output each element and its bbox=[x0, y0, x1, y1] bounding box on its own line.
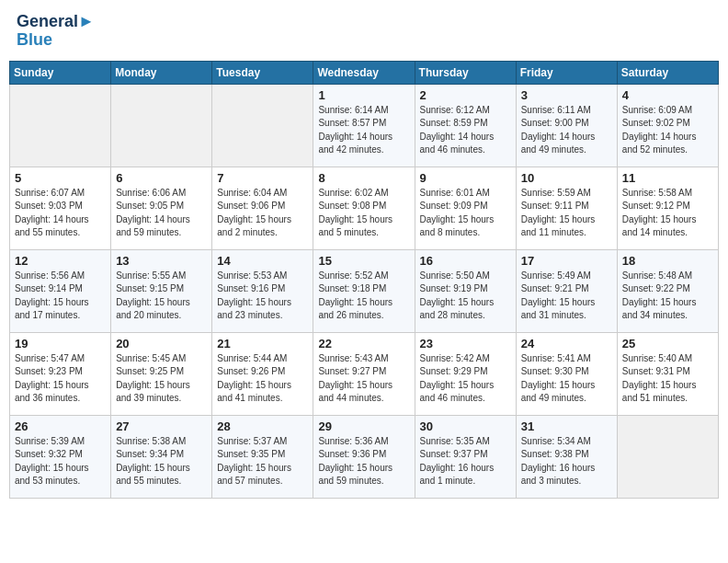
day-number: 29 bbox=[318, 419, 409, 433]
day-info: Sunrise: 6:04 AMSunset: 9:06 PMDaylight:… bbox=[217, 188, 291, 238]
day-number: 10 bbox=[521, 171, 612, 185]
calendar-cell: 24 Sunrise: 5:41 AMSunset: 9:30 PMDaylig… bbox=[516, 332, 617, 415]
calendar-cell: 17 Sunrise: 5:49 AMSunset: 9:21 PMDaylig… bbox=[516, 249, 617, 332]
day-info: Sunrise: 6:07 AMSunset: 9:03 PMDaylight:… bbox=[15, 188, 89, 238]
calendar-cell: 5 Sunrise: 6:07 AMSunset: 9:03 PMDayligh… bbox=[10, 167, 111, 249]
calendar-cell: 29 Sunrise: 5:36 AMSunset: 9:36 PMDaylig… bbox=[313, 415, 415, 498]
calendar-cell: 19 Sunrise: 5:47 AMSunset: 9:23 PMDaylig… bbox=[10, 332, 111, 415]
calendar-cell bbox=[10, 84, 111, 167]
logo-text-blue: Blue bbox=[17, 31, 95, 50]
calendar-cell: 11 Sunrise: 5:58 AMSunset: 9:12 PMDaylig… bbox=[617, 167, 718, 249]
day-number: 8 bbox=[318, 171, 409, 185]
weekday-header: Wednesday bbox=[313, 61, 415, 84]
day-number: 19 bbox=[15, 337, 106, 350]
day-info: Sunrise: 5:35 AMSunset: 9:37 PMDaylight:… bbox=[420, 436, 495, 487]
calendar-cell bbox=[617, 415, 718, 498]
day-number: 20 bbox=[116, 337, 207, 350]
day-number: 2 bbox=[420, 88, 511, 102]
day-info: Sunrise: 5:58 AMSunset: 9:12 PMDaylight:… bbox=[622, 188, 697, 238]
day-number: 17 bbox=[521, 254, 612, 268]
calendar-cell: 13 Sunrise: 5:55 AMSunset: 9:15 PMDaylig… bbox=[111, 249, 212, 332]
day-number: 22 bbox=[318, 337, 409, 350]
day-number: 14 bbox=[217, 254, 308, 268]
day-info: Sunrise: 5:59 AMSunset: 9:11 PMDaylight:… bbox=[521, 188, 596, 238]
weekday-header: Saturday bbox=[617, 61, 718, 84]
day-number: 24 bbox=[521, 337, 612, 350]
calendar-cell: 3 Sunrise: 6:11 AMSunset: 9:00 PMDayligh… bbox=[516, 84, 617, 167]
day-info: Sunrise: 5:56 AMSunset: 9:14 PMDaylight:… bbox=[15, 270, 89, 321]
logo: General► Blue bbox=[17, 13, 95, 50]
day-number: 25 bbox=[622, 337, 713, 350]
day-info: Sunrise: 5:55 AMSunset: 9:15 PMDaylight:… bbox=[116, 270, 190, 321]
day-number: 13 bbox=[116, 254, 207, 268]
day-info: Sunrise: 5:36 AMSunset: 9:36 PMDaylight:… bbox=[318, 436, 392, 487]
day-info: Sunrise: 5:43 AMSunset: 9:27 PMDaylight:… bbox=[318, 353, 392, 404]
day-info: Sunrise: 5:38 AMSunset: 9:34 PMDaylight:… bbox=[116, 436, 190, 487]
calendar-cell: 21 Sunrise: 5:44 AMSunset: 9:26 PMDaylig… bbox=[212, 332, 313, 415]
calendar-cell: 10 Sunrise: 5:59 AMSunset: 9:11 PMDaylig… bbox=[516, 167, 617, 249]
day-number: 7 bbox=[217, 171, 308, 185]
day-number: 11 bbox=[622, 171, 713, 185]
weekday-header: Monday bbox=[111, 61, 212, 84]
day-info: Sunrise: 5:39 AMSunset: 9:32 PMDaylight:… bbox=[15, 436, 89, 487]
day-info: Sunrise: 6:12 AMSunset: 8:59 PMDaylight:… bbox=[420, 105, 495, 155]
weekday-header: Thursday bbox=[415, 61, 516, 84]
calendar-cell: 23 Sunrise: 5:42 AMSunset: 9:29 PMDaylig… bbox=[415, 332, 516, 415]
day-info: Sunrise: 5:37 AMSunset: 9:35 PMDaylight:… bbox=[217, 436, 291, 487]
day-info: Sunrise: 5:44 AMSunset: 9:26 PMDaylight:… bbox=[217, 353, 291, 404]
day-info: Sunrise: 5:42 AMSunset: 9:29 PMDaylight:… bbox=[420, 353, 495, 404]
calendar-cell bbox=[111, 84, 212, 167]
day-number: 6 bbox=[116, 171, 207, 185]
calendar-cell: 15 Sunrise: 5:52 AMSunset: 9:18 PMDaylig… bbox=[313, 249, 415, 332]
calendar-cell: 18 Sunrise: 5:48 AMSunset: 9:22 PMDaylig… bbox=[617, 249, 718, 332]
day-info: Sunrise: 5:48 AMSunset: 9:22 PMDaylight:… bbox=[622, 270, 697, 321]
day-info: Sunrise: 6:09 AMSunset: 9:02 PMDaylight:… bbox=[622, 105, 697, 155]
day-info: Sunrise: 5:52 AMSunset: 9:18 PMDaylight:… bbox=[318, 270, 392, 321]
day-number: 3 bbox=[521, 88, 612, 102]
weekday-header: Sunday bbox=[10, 61, 111, 84]
day-number: 12 bbox=[15, 254, 106, 268]
calendar-cell: 22 Sunrise: 5:43 AMSunset: 9:27 PMDaylig… bbox=[313, 332, 415, 415]
calendar-cell: 30 Sunrise: 5:35 AMSunset: 9:37 PMDaylig… bbox=[415, 415, 516, 498]
day-number: 31 bbox=[521, 419, 612, 433]
day-number: 9 bbox=[420, 171, 511, 185]
day-info: Sunrise: 6:02 AMSunset: 9:08 PMDaylight:… bbox=[318, 188, 392, 238]
weekday-header: Friday bbox=[516, 61, 617, 84]
day-number: 15 bbox=[318, 254, 409, 268]
calendar-cell: 1 Sunrise: 6:14 AMSunset: 8:57 PMDayligh… bbox=[313, 84, 415, 167]
calendar-cell: 8 Sunrise: 6:02 AMSunset: 9:08 PMDayligh… bbox=[313, 167, 415, 249]
day-number: 27 bbox=[116, 419, 207, 433]
day-info: Sunrise: 6:14 AMSunset: 8:57 PMDaylight:… bbox=[318, 105, 392, 155]
day-number: 21 bbox=[217, 337, 308, 350]
day-number: 23 bbox=[420, 337, 511, 350]
calendar-cell: 7 Sunrise: 6:04 AMSunset: 9:06 PMDayligh… bbox=[212, 167, 313, 249]
calendar-cell: 14 Sunrise: 5:53 AMSunset: 9:16 PMDaylig… bbox=[212, 249, 313, 332]
calendar-cell: 4 Sunrise: 6:09 AMSunset: 9:02 PMDayligh… bbox=[617, 84, 718, 167]
day-info: Sunrise: 5:47 AMSunset: 9:23 PMDaylight:… bbox=[15, 353, 89, 404]
calendar-table: SundayMondayTuesdayWednesdayThursdayFrid… bbox=[9, 61, 719, 499]
day-info: Sunrise: 5:41 AMSunset: 9:30 PMDaylight:… bbox=[521, 353, 596, 404]
logo-text: General► bbox=[17, 13, 95, 31]
day-number: 5 bbox=[15, 171, 106, 185]
calendar-cell: 26 Sunrise: 5:39 AMSunset: 9:32 PMDaylig… bbox=[10, 415, 111, 498]
day-number: 28 bbox=[217, 419, 308, 433]
calendar-cell: 16 Sunrise: 5:50 AMSunset: 9:19 PMDaylig… bbox=[415, 249, 516, 332]
day-number: 4 bbox=[622, 88, 713, 102]
calendar-cell: 20 Sunrise: 5:45 AMSunset: 9:25 PMDaylig… bbox=[111, 332, 212, 415]
page-header: General► Blue bbox=[9, 9, 719, 53]
day-info: Sunrise: 5:53 AMSunset: 9:16 PMDaylight:… bbox=[217, 270, 291, 321]
calendar-cell: 28 Sunrise: 5:37 AMSunset: 9:35 PMDaylig… bbox=[212, 415, 313, 498]
calendar-cell bbox=[212, 84, 313, 167]
day-number: 1 bbox=[318, 88, 409, 102]
calendar-cell: 2 Sunrise: 6:12 AMSunset: 8:59 PMDayligh… bbox=[415, 84, 516, 167]
weekday-header: Tuesday bbox=[212, 61, 313, 84]
day-number: 26 bbox=[15, 419, 106, 433]
day-info: Sunrise: 5:49 AMSunset: 9:21 PMDaylight:… bbox=[521, 270, 596, 321]
calendar-cell: 25 Sunrise: 5:40 AMSunset: 9:31 PMDaylig… bbox=[617, 332, 718, 415]
calendar-cell: 9 Sunrise: 6:01 AMSunset: 9:09 PMDayligh… bbox=[415, 167, 516, 249]
day-number: 16 bbox=[420, 254, 511, 268]
day-info: Sunrise: 5:45 AMSunset: 9:25 PMDaylight:… bbox=[116, 353, 190, 404]
calendar-cell: 6 Sunrise: 6:06 AMSunset: 9:05 PMDayligh… bbox=[111, 167, 212, 249]
day-number: 18 bbox=[622, 254, 713, 268]
day-info: Sunrise: 6:01 AMSunset: 9:09 PMDaylight:… bbox=[420, 188, 495, 238]
